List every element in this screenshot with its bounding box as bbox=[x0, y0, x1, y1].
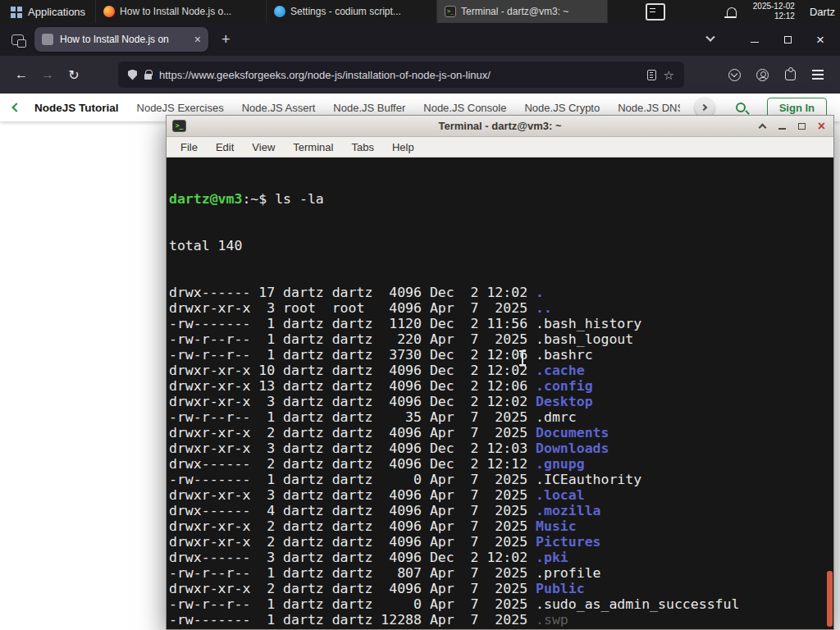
terminal-line: -rw-r--r-- 1 dartz dartz 35 Apr 7 2025 .… bbox=[169, 409, 833, 425]
firefox-icon bbox=[103, 6, 115, 17]
file-meta: -rw------- 1 dartz dartz 12288 Apr 7 202… bbox=[169, 612, 536, 628]
mouse-cursor bbox=[522, 352, 523, 364]
notifications-button[interactable] bbox=[727, 7, 737, 16]
menu-terminal[interactable]: Terminal bbox=[284, 141, 342, 153]
navigation-toolbar: ← → ↻ https://www.geeksforgeeks.org/node… bbox=[0, 56, 840, 94]
reload-button[interactable]: ↻ bbox=[61, 62, 87, 87]
terminal-maximize-button[interactable] bbox=[795, 119, 809, 133]
tab-favicon bbox=[42, 34, 53, 45]
file-meta: drwxr-xr-x 2 dartz dartz 4096 Apr 7 2025 bbox=[169, 628, 536, 629]
file-name: Documents bbox=[536, 425, 609, 441]
terminal-line: -rw-r--r-- 1 dartz dartz 220 Apr 7 2025 … bbox=[169, 331, 833, 347]
menu-view[interactable]: View bbox=[243, 141, 284, 153]
account-button[interactable] bbox=[748, 62, 776, 87]
window-close-button[interactable]: × bbox=[807, 28, 833, 51]
terminal-line: drwxr-xr-x 2 dartz dartz 4096 Apr 7 2025… bbox=[169, 534, 833, 550]
chevron-right-icon bbox=[700, 104, 706, 111]
reader-mode-icon[interactable] bbox=[647, 70, 656, 80]
terminal-line: -rw-r--r-- 1 dartz dartz 3730 Dec 2 12:0… bbox=[169, 347, 833, 363]
file-meta: drwx------ 4 dartz dartz 4096 Apr 7 2025 bbox=[169, 503, 536, 518]
tracking-protection-shield-icon[interactable] bbox=[128, 70, 137, 80]
file-meta: -rw-r--r-- 1 dartz dartz 807 Apr 7 2025 bbox=[169, 565, 536, 581]
terminal-line: drwxr-xr-x 3 dartz dartz 4096 Apr 7 2025… bbox=[169, 487, 833, 503]
clock[interactable]: 2025-12-02 12:12 bbox=[753, 2, 795, 21]
taskbar-window-terminal[interactable]: >_ Terminal - dartz@vm3: ~ bbox=[437, 0, 608, 23]
terminal-line: drwxr-xr-x 3 dartz dartz 4096 Dec 2 12:0… bbox=[169, 441, 833, 456]
file-name: .. bbox=[536, 300, 552, 316]
subnav-item-exercises[interactable]: NodeJS Exercises bbox=[137, 102, 224, 114]
url-text[interactable]: https://www.geeksforgeeks.org/node-js/in… bbox=[159, 69, 640, 81]
file-name: .dmrc bbox=[536, 409, 577, 425]
terminal-line: -rw------- 1 dartz dartz 0 Apr 7 2025 .I… bbox=[169, 472, 833, 487]
taskbar-window-title: Terminal - dartz@vm3: ~ bbox=[461, 6, 600, 17]
pocket-button[interactable] bbox=[720, 62, 748, 87]
terminal-titlebar[interactable]: >_ Terminal - dartz@vm3: ~ × bbox=[167, 116, 833, 137]
tab-bar: How to Install Node.js on × + × bbox=[0, 23, 840, 56]
taskbar-window-firefox[interactable]: How to Install Node.js o... bbox=[96, 0, 267, 23]
file-name: .config bbox=[536, 378, 593, 394]
subnav-item-console[interactable]: Node.JS Console bbox=[423, 102, 506, 114]
taskbar-window-codium[interactable]: Settings - codium script... bbox=[267, 0, 437, 23]
file-meta: drwxr-xr-x 10 dartz dartz 4096 Dec 2 12:… bbox=[169, 363, 536, 378]
subnav-item-crypto[interactable]: Node.JS Crypto bbox=[524, 102, 600, 114]
terminal-shade-button[interactable] bbox=[756, 119, 769, 133]
list-all-tabs-icon[interactable] bbox=[705, 33, 714, 42]
subnav-item-dns[interactable]: Node.JS DNS bbox=[618, 102, 679, 114]
extensions-button[interactable] bbox=[776, 62, 804, 87]
menu-file[interactable]: File bbox=[171, 141, 207, 153]
tray-terminal-icon[interactable] bbox=[646, 3, 665, 21]
window-maximize-button[interactable] bbox=[774, 28, 801, 51]
window-minimize-button[interactable] bbox=[742, 28, 768, 51]
terminal-output: drwx------ 17 dartz dartz 4096 Dec 2 12:… bbox=[169, 285, 833, 629]
terminal-window: >_ Terminal - dartz@vm3: ~ × File Edit V… bbox=[166, 115, 834, 630]
terminal-total-line: total 140 bbox=[169, 238, 833, 253]
menu-tabs[interactable]: Tabs bbox=[342, 141, 382, 153]
top-panel: Applications How to Install Node.js o...… bbox=[0, 0, 840, 23]
terminal-close-button[interactable]: × bbox=[815, 119, 829, 133]
taskbar-window-title: How to Install Node.js o... bbox=[120, 6, 258, 17]
taskbar-window-title: Settings - codium script... bbox=[290, 6, 429, 17]
file-name: Desktop bbox=[536, 394, 593, 409]
file-name: .pki bbox=[536, 550, 568, 565]
terminal-scrollbar[interactable] bbox=[826, 158, 833, 629]
terminal-line: -rw------- 1 dartz dartz 12288 Apr 7 202… bbox=[169, 612, 833, 628]
app-menu-button[interactable] bbox=[804, 62, 832, 87]
browser-tab[interactable]: How to Install Node.js on × bbox=[34, 27, 208, 52]
terminal-line: drwx------ 3 dartz dartz 4096 Dec 2 12:0… bbox=[169, 550, 833, 565]
menu-edit[interactable]: Edit bbox=[207, 141, 243, 153]
file-meta: drwxr-xr-x 2 dartz dartz 4096 Apr 7 2025 bbox=[169, 581, 536, 596]
file-meta: drwx------ 2 dartz dartz 4096 Dec 2 12:1… bbox=[169, 456, 536, 472]
menu-help[interactable]: Help bbox=[383, 141, 423, 153]
firefox-view-button[interactable] bbox=[7, 29, 28, 50]
subnav-item-tutorial[interactable]: NodeJS Tutorial bbox=[34, 102, 119, 114]
minimize-icon bbox=[751, 42, 759, 43]
file-meta: -rw-r--r-- 1 dartz dartz 220 Apr 7 2025 bbox=[169, 331, 536, 347]
file-meta: drwxr-xr-x 3 root root 4096 Apr 7 2025 bbox=[169, 300, 536, 316]
applications-menu[interactable]: Applications bbox=[0, 0, 96, 23]
forward-button[interactable]: → bbox=[34, 62, 61, 87]
file-name: .gnupg bbox=[536, 456, 585, 472]
file-name: .ICEauthority bbox=[536, 472, 641, 487]
terminal-command: ls -la bbox=[275, 191, 324, 207]
firefox-view-icon bbox=[11, 34, 24, 45]
terminal-line: -rw-r--r-- 1 dartz dartz 807 Apr 7 2025 … bbox=[169, 565, 833, 581]
subnav-back-chevron-icon[interactable] bbox=[11, 103, 21, 112]
file-meta: -rw------- 1 dartz dartz 0 Apr 7 2025 bbox=[169, 472, 536, 487]
tab-close-icon[interactable]: × bbox=[194, 33, 201, 46]
url-bar[interactable]: https://www.geeksforgeeks.org/node-js/in… bbox=[118, 62, 684, 88]
terminal-screen[interactable]: dartz@vm3:~$ ls -la total 140 drwx------… bbox=[167, 158, 833, 629]
subnav-items: NodeJS Tutorial NodeJS Exercises Node.JS… bbox=[34, 102, 680, 114]
subnav-item-assert[interactable]: Node.JS Assert bbox=[242, 102, 316, 114]
terminal-scrollbar-thumb[interactable] bbox=[827, 571, 833, 627]
back-button[interactable]: ← bbox=[8, 62, 34, 87]
new-tab-button[interactable]: + bbox=[215, 31, 237, 48]
lock-icon[interactable] bbox=[144, 74, 152, 80]
terminal-line: drwxr-xr-x 13 dartz dartz 4096 Dec 2 12:… bbox=[169, 378, 833, 394]
file-name: Templates bbox=[536, 628, 609, 629]
terminal-minimize-button[interactable] bbox=[775, 119, 789, 133]
bookmark-star-icon[interactable]: ☆ bbox=[664, 69, 674, 81]
hamburger-menu-icon bbox=[812, 70, 824, 71]
subnav-item-buffer[interactable]: Node.JS Buffer bbox=[333, 102, 405, 114]
search-icon[interactable] bbox=[736, 103, 746, 112]
file-name: .profile bbox=[536, 565, 600, 581]
